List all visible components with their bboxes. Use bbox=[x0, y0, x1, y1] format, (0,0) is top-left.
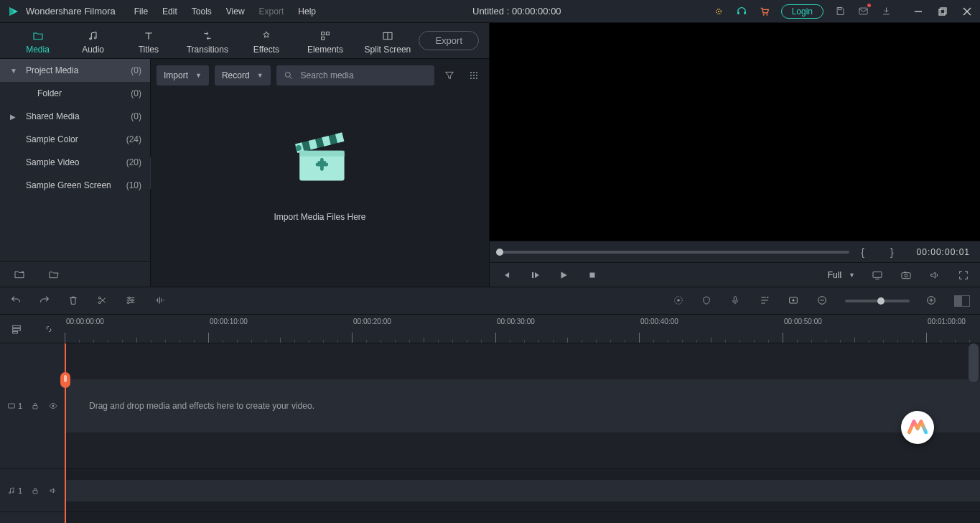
cart-icon[interactable] bbox=[758, 5, 771, 18]
link-tracks-icon[interactable] bbox=[42, 323, 55, 335]
zoom-fit-toggle[interactable] bbox=[954, 295, 970, 307]
play-pause-button[interactable] bbox=[528, 269, 541, 282]
audio-track-band bbox=[65, 480, 980, 501]
transitions-icon bbox=[201, 30, 214, 42]
save-icon[interactable] bbox=[834, 5, 846, 18]
svg-point-16 bbox=[94, 37, 96, 39]
zoom-knob[interactable] bbox=[877, 297, 885, 305]
asset-tabs: Media Audio Titles Transitions Effects E… bbox=[0, 23, 489, 59]
play-button[interactable] bbox=[557, 269, 570, 282]
delete-icon[interactable] bbox=[67, 295, 80, 307]
tab-titles[interactable]: Titles bbox=[121, 27, 176, 55]
zoom-in-icon[interactable] bbox=[925, 295, 938, 307]
zoom-out-icon[interactable] bbox=[816, 295, 829, 307]
tips-icon[interactable] bbox=[712, 5, 725, 18]
marker-icon[interactable] bbox=[701, 295, 714, 307]
sidebar-bottom-tools bbox=[0, 261, 150, 287]
text-icon bbox=[142, 30, 155, 42]
track-body: 00:00:00:0000:00:10:0000:00:20:0000:00:3… bbox=[65, 315, 980, 523]
svg-rect-18 bbox=[326, 32, 329, 34]
display-icon[interactable] bbox=[871, 269, 884, 282]
support-icon[interactable] bbox=[735, 5, 748, 18]
undo-icon[interactable] bbox=[10, 295, 23, 307]
markers-icon[interactable]: { } bbox=[858, 246, 907, 258]
lock-track-icon[interactable] bbox=[31, 399, 39, 412]
svg-point-15 bbox=[89, 37, 91, 40]
tab-split-screen[interactable]: Split Screen bbox=[356, 27, 419, 55]
menu-help[interactable]: Help bbox=[292, 4, 322, 19]
svg-point-7 bbox=[766, 14, 767, 15]
audio-wave-icon[interactable] bbox=[154, 295, 167, 307]
elements-icon bbox=[319, 30, 332, 42]
tab-transitions[interactable]: Transitions bbox=[176, 27, 238, 55]
chevron-down-icon: ▼ bbox=[849, 272, 855, 279]
prev-frame-button[interactable] bbox=[500, 269, 513, 282]
split-icon[interactable] bbox=[96, 295, 109, 307]
maximize-button[interactable] bbox=[934, 3, 951, 20]
sidebar-item-sample-green[interactable]: Sample Green Screen (10) bbox=[0, 174, 150, 197]
mute-track-icon[interactable] bbox=[48, 484, 58, 497]
redo-icon[interactable] bbox=[39, 295, 52, 307]
sidebar-item-sample-video[interactable]: Sample Video (20) bbox=[0, 151, 150, 174]
lock-track-icon[interactable] bbox=[31, 484, 39, 497]
fullscreen-icon[interactable] bbox=[957, 269, 970, 282]
sidebar-item-sample-color[interactable]: Sample Color (24) bbox=[0, 128, 150, 151]
tab-elements[interactable]: Elements bbox=[294, 27, 356, 55]
stop-button[interactable] bbox=[586, 269, 599, 282]
video-track-header[interactable]: 1 bbox=[0, 343, 65, 469]
sidebar-item-count: (20) bbox=[126, 157, 141, 167]
snapshot-icon[interactable] bbox=[900, 269, 913, 282]
tab-label: Titles bbox=[139, 45, 159, 55]
record-dropdown[interactable]: Record ▼ bbox=[215, 65, 271, 85]
adjust-icon[interactable] bbox=[125, 295, 138, 307]
ai-assistant-badge[interactable] bbox=[901, 411, 934, 444]
svg-point-26 bbox=[476, 72, 477, 73]
menu-export: Export bbox=[253, 4, 290, 19]
open-folder-icon[interactable] bbox=[47, 268, 60, 281]
minimize-button[interactable] bbox=[910, 3, 927, 20]
menu-edit[interactable]: Edit bbox=[157, 4, 183, 19]
seek-knob[interactable] bbox=[496, 249, 503, 256]
zoom-slider[interactable] bbox=[845, 300, 910, 302]
import-dropdown[interactable]: Import ▼ bbox=[157, 65, 209, 85]
tab-audio[interactable]: Audio bbox=[65, 27, 121, 55]
filter-icon[interactable] bbox=[440, 65, 459, 85]
search-input[interactable] bbox=[299, 70, 427, 81]
login-button[interactable]: Login bbox=[781, 4, 823, 19]
audio-track-header[interactable]: 1 bbox=[0, 469, 65, 512]
video-track[interactable]: Drag and drop media and effects here to … bbox=[65, 343, 980, 469]
toggle-visible-icon[interactable] bbox=[48, 399, 58, 412]
tab-media[interactable]: Media bbox=[10, 27, 65, 55]
timeline-scrollbar[interactable] bbox=[969, 343, 979, 382]
voiceover-icon[interactable] bbox=[730, 295, 743, 307]
timeline: 1 1 00:00:00:0000:00:10:0000:00:20:0000:… bbox=[0, 315, 980, 523]
menu-tools[interactable]: Tools bbox=[186, 4, 218, 19]
time-ruler[interactable]: 00:00:00:0000:00:10:0000:00:20:0000:00:3… bbox=[65, 315, 980, 343]
sidebar-item-folder[interactable]: Folder (0) bbox=[0, 82, 150, 105]
messages-icon[interactable] bbox=[857, 5, 869, 18]
menu-view[interactable]: View bbox=[220, 4, 251, 19]
render-icon[interactable] bbox=[673, 295, 686, 307]
search-media[interactable] bbox=[276, 65, 434, 85]
sidebar-item-shared-media[interactable]: ▶ Shared Media (0) bbox=[0, 105, 150, 128]
tracks-area[interactable]: Drag and drop media and effects here to … bbox=[65, 343, 980, 523]
svg-point-59 bbox=[131, 299, 134, 301]
export-button[interactable]: Export bbox=[419, 31, 479, 50]
tab-effects[interactable]: Effects bbox=[238, 27, 294, 55]
close-button[interactable] bbox=[958, 3, 976, 20]
audio-mixer-icon[interactable] bbox=[759, 295, 772, 307]
sidebar-item-project-media[interactable]: ▼ Project Media (0) bbox=[0, 59, 150, 82]
volume-icon[interactable] bbox=[928, 269, 941, 282]
import-drop-zone[interactable]: Import Media Files Here bbox=[151, 88, 489, 287]
preview-quality-dropdown[interactable]: Full ▼ bbox=[828, 270, 855, 280]
grid-view-icon[interactable] bbox=[465, 65, 483, 85]
new-folder-icon[interactable] bbox=[13, 268, 26, 281]
app-logo-icon bbox=[7, 5, 20, 18]
audio-track[interactable] bbox=[65, 469, 980, 512]
download-icon[interactable] bbox=[879, 5, 892, 18]
menu-file[interactable]: File bbox=[129, 4, 154, 19]
manage-tracks-icon[interactable] bbox=[10, 323, 23, 335]
keyframe-icon[interactable] bbox=[788, 295, 801, 307]
seek-slider[interactable] bbox=[500, 251, 849, 254]
preview-canvas[interactable] bbox=[490, 23, 980, 241]
